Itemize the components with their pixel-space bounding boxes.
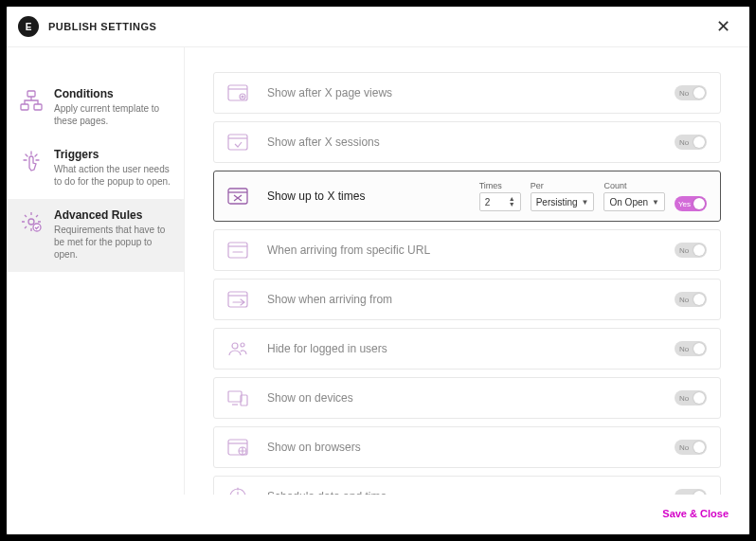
elementor-logo-icon: E [18, 16, 39, 37]
rule-label: Show up to X times [267, 189, 365, 203]
chevron-down-icon: ▼ [582, 198, 589, 207]
rules-panel: Show after X page views No Show after X … [185, 47, 749, 495]
chevron-down-icon: ▼ [652, 198, 659, 207]
dialog-header: E PUBLISH SETTINGS ✕ [7, 7, 749, 47]
toggle-knob [693, 136, 705, 148]
toggle-schedule[interactable]: No [675, 489, 707, 495]
toggle-knob [693, 343, 705, 354]
rule-label: Show after X page views [267, 86, 392, 99]
rule-logged-in[interactable]: Hide for logged in users No [213, 328, 721, 370]
toggle-page-views[interactable]: No [675, 85, 707, 100]
svg-rect-0 [27, 91, 35, 97]
rule-specific-url[interactable]: When arriving from specific URL No [213, 229, 721, 271]
sidebar-item-title: Conditions [54, 87, 172, 100]
sidebar-item-conditions[interactable]: Conditions Apply current template to the… [7, 78, 184, 138]
sidebar-item-triggers[interactable]: Triggers What action the user needs to d… [7, 138, 184, 199]
sidebar-item-desc: Requirements that have to be met for the… [54, 224, 172, 261]
rule-browsers[interactable]: Show on browsers No [213, 426, 721, 468]
dialog-footer: Save & Close [7, 495, 749, 534]
svg-point-12 [232, 343, 238, 349]
stepper-icon: ▲▼ [509, 196, 515, 207]
per-select[interactable]: Persisting ▼ [531, 192, 595, 211]
svg-point-4 [33, 224, 41, 231]
arriving-from-icon [227, 291, 248, 308]
times-icon [227, 188, 248, 205]
rule-label: Hide for logged in users [267, 342, 387, 355]
rule-page-views[interactable]: Show after X page views No [213, 72, 721, 114]
rule-label: Show after X sessions [267, 135, 380, 149]
toggle-knob [693, 198, 705, 209]
svg-rect-2 [34, 104, 42, 110]
sidebar: Conditions Apply current template to the… [7, 47, 185, 495]
rule-label: Show when arriving from [267, 293, 392, 306]
toggle-up-to-x-times[interactable]: Yes [675, 196, 707, 211]
sidebar-item-title: Advanced Rules [54, 208, 172, 222]
sidebar-item-desc: Apply current template to these pages. [54, 102, 172, 127]
sidebar-item-advanced-rules[interactable]: Advanced Rules Requirements that have to… [7, 199, 184, 272]
users-icon [227, 340, 248, 357]
advanced-rules-icon [18, 208, 45, 235]
rule-up-to-x-times[interactable]: Show up to X times Times 2 ▲▼ Per Persis… [213, 171, 721, 222]
times-input[interactable]: 2 ▲▼ [479, 192, 521, 211]
sessions-icon [227, 134, 248, 151]
toggle-sessions[interactable]: No [675, 135, 707, 150]
schedule-icon [227, 488, 248, 495]
toggle-devices[interactable]: No [675, 390, 707, 406]
rule-devices[interactable]: Show on devices No [213, 377, 721, 419]
times-field-label: Times [479, 181, 521, 190]
count-field-label: Count [603, 181, 665, 190]
page-views-icon [227, 84, 248, 101]
toggle-knob [693, 294, 705, 305]
toggle-knob [693, 392, 705, 404]
svg-rect-14 [228, 391, 242, 402]
triggers-icon [18, 148, 45, 174]
toggle-browsers[interactable]: No [675, 440, 707, 455]
sidebar-item-title: Triggers [54, 148, 172, 161]
toggle-knob [693, 244, 705, 256]
svg-rect-11 [228, 292, 247, 307]
svg-rect-9 [228, 189, 247, 204]
dialog-title: PUBLISH SETTINGS [48, 21, 156, 32]
svg-point-3 [28, 219, 34, 225]
close-button[interactable]: ✕ [711, 14, 736, 39]
close-icon: ✕ [716, 17, 730, 36]
svg-rect-10 [228, 243, 247, 258]
toggle-knob [693, 491, 705, 495]
dialog: E PUBLISH SETTINGS ✕ Conditions Apply cu… [6, 6, 750, 535]
svg-point-13 [241, 343, 244, 347]
rule-label: Show on browsers [267, 441, 361, 454]
rule-label: Show on devices [267, 391, 353, 405]
save-and-close-button[interactable]: Save & Close [662, 508, 729, 519]
svg-point-7 [242, 96, 243, 98]
toggle-logged-in[interactable]: No [675, 341, 707, 356]
sidebar-item-desc: What action the user needs to do for the… [54, 163, 172, 188]
toggle-specific-url[interactable]: No [675, 243, 707, 258]
conditions-icon [18, 87, 45, 114]
rule-arriving-from[interactable]: Show when arriving from No [213, 279, 721, 320]
devices-icon [227, 389, 248, 406]
per-field-label: Per [531, 181, 595, 190]
toggle-knob [693, 87, 705, 99]
toggle-arriving-from[interactable]: No [675, 292, 707, 307]
svg-rect-1 [21, 104, 28, 110]
rule-schedule[interactable]: Schedule date and time No [213, 476, 721, 495]
toggle-knob [693, 442, 705, 453]
rule-sessions[interactable]: Show after X sessions No [213, 121, 721, 163]
rule-label: When arriving from specific URL [267, 243, 430, 257]
url-icon [227, 242, 248, 259]
count-select[interactable]: On Open ▼ [603, 192, 665, 211]
dialog-body: Conditions Apply current template to the… [7, 47, 749, 495]
browsers-icon [227, 439, 248, 456]
